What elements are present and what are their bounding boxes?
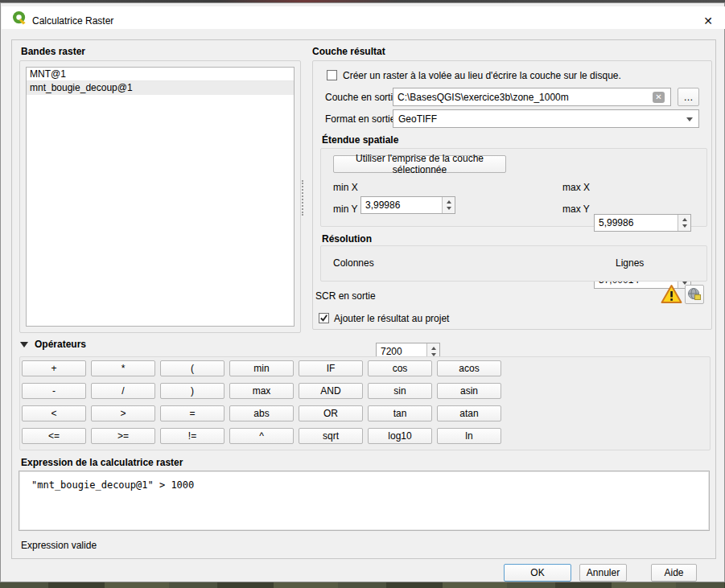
resolution-section-label: Résolution (322, 233, 372, 245)
min-x-label: min X (333, 182, 358, 193)
expression-section-label: Expression de la calculatrice raster (21, 457, 183, 468)
op-and[interactable]: AND (299, 383, 363, 399)
max-x-label: max X (562, 182, 590, 193)
expression-editor[interactable]: "mnt_bougie_decoup@1" > 1000 (19, 471, 710, 531)
op-sqrt[interactable]: sqrt (299, 428, 363, 444)
output-format-label: Format en sortie (325, 113, 395, 125)
select-crs-button[interactable] (685, 285, 704, 304)
op-if[interactable]: IF (299, 360, 363, 376)
collapse-arrow-icon[interactable] (20, 342, 28, 347)
ok-button[interactable]: OK (504, 564, 571, 582)
help-button[interactable]: Aide (651, 564, 697, 582)
op-or[interactable]: OR (299, 405, 363, 421)
cancel-button[interactable]: Annuler (579, 564, 627, 582)
op-close-paren[interactable]: ) (160, 383, 225, 399)
op-log10[interactable]: log10 (368, 428, 432, 444)
desktop-background-bottom (0, 582, 725, 588)
op-cos[interactable]: cos (368, 360, 432, 376)
add-to-project-checkbox[interactable] (319, 313, 329, 323)
browse-button[interactable]: … (678, 88, 699, 106)
spinner-arrows-icon[interactable] (442, 197, 455, 213)
create-on-fly-label: Créer un raster à la volée au lieu d'écr… (343, 70, 621, 81)
op-greater-than[interactable]: > (91, 405, 155, 421)
max-x-value: 5,99986 (599, 217, 633, 228)
output-format-value: GeoTIFF (398, 113, 437, 125)
clear-text-icon[interactable]: ✕ (653, 92, 665, 103)
qgis-logo-icon (12, 10, 27, 26)
globe-edit-icon (687, 287, 702, 302)
output-layer-value: C:\BasesQGIS\exercice3b\zone_1000m (398, 92, 569, 103)
min-x-spinbox[interactable]: 3,99986 (360, 196, 455, 214)
op-acos[interactable]: acos (437, 360, 501, 376)
use-layer-extent-button[interactable]: Utiliser l'emprise de la couche sélectio… (333, 155, 506, 173)
titlebar[interactable]: Calculatrice Raster ✕ (2, 6, 725, 29)
min-x-value: 3,99986 (365, 199, 400, 211)
rows-label: Lignes (616, 257, 644, 269)
op-greater-equal[interactable]: >= (91, 428, 155, 444)
screen: Calculatrice Raster ✕ Bandes raster MNT@… (0, 0, 725, 588)
op-divide[interactable]: / (91, 383, 155, 399)
op-power[interactable]: ^ (229, 428, 294, 444)
checkmark-icon (319, 314, 328, 323)
op-tan[interactable]: tan (368, 405, 432, 421)
op-abs[interactable]: abs (229, 405, 294, 421)
op-minus[interactable]: - (22, 383, 86, 399)
create-on-fly-checkbox[interactable] (327, 70, 337, 80)
columns-value: 7200 (381, 346, 402, 357)
max-y-label: max Y (562, 204, 590, 215)
op-max[interactable]: max (229, 383, 294, 399)
result-section-label: Couche résultat (312, 46, 385, 57)
add-to-project-label: Ajouter le résultat au projet (334, 313, 449, 324)
op-ln[interactable]: ln (437, 428, 501, 444)
spinner-arrows-icon[interactable] (678, 215, 690, 231)
window-title: Calculatrice Raster (32, 15, 113, 27)
output-layer-label: Couche en sortie (325, 92, 398, 103)
output-crs-label: SCR en sortie (315, 290, 376, 302)
list-item[interactable]: mnt_bougie_decoup@1 (27, 81, 294, 95)
bands-section-label: Bandes raster (21, 46, 85, 57)
raster-calculator-dialog: Calculatrice Raster ✕ Bandes raster MNT@… (0, 2, 725, 582)
op-not-equal[interactable]: != (160, 428, 225, 444)
list-item[interactable]: MNT@1 (27, 68, 294, 81)
op-atan[interactable]: atan (437, 405, 501, 421)
op-less-than[interactable]: < (22, 405, 86, 421)
op-multiply[interactable]: * (91, 360, 155, 376)
op-equals[interactable]: = (160, 405, 225, 421)
op-open-paren[interactable]: ( (160, 360, 225, 376)
op-min[interactable]: min (229, 360, 294, 376)
min-y-label: min Y (333, 204, 357, 215)
extent-section-label: Étendue spatiale (322, 134, 398, 146)
op-asin[interactable]: asin (437, 383, 501, 399)
warning-icon (661, 284, 682, 304)
expression-status: Expression valide (21, 540, 97, 551)
op-sin[interactable]: sin (368, 383, 432, 399)
op-less-equal[interactable]: <= (22, 428, 86, 444)
columns-label: Colonnes (333, 257, 374, 269)
output-layer-input[interactable]: C:\BasesQGIS\exercice3b\zone_1000m ✕ (393, 88, 671, 106)
raster-bands-list[interactable]: MNT@1 mnt_bougie_decoup@1 (26, 67, 295, 327)
splitter-handle[interactable] (302, 180, 303, 216)
close-icon[interactable]: ✕ (695, 11, 721, 31)
op-plus[interactable]: + (22, 360, 86, 376)
resolution-panel (320, 245, 707, 282)
operators-section-label: Opérateurs (35, 339, 86, 350)
output-format-select[interactable]: GeoTIFF (393, 109, 699, 128)
chevron-down-icon (686, 117, 693, 121)
max-x-spinbox[interactable]: 5,99986 (594, 214, 691, 232)
